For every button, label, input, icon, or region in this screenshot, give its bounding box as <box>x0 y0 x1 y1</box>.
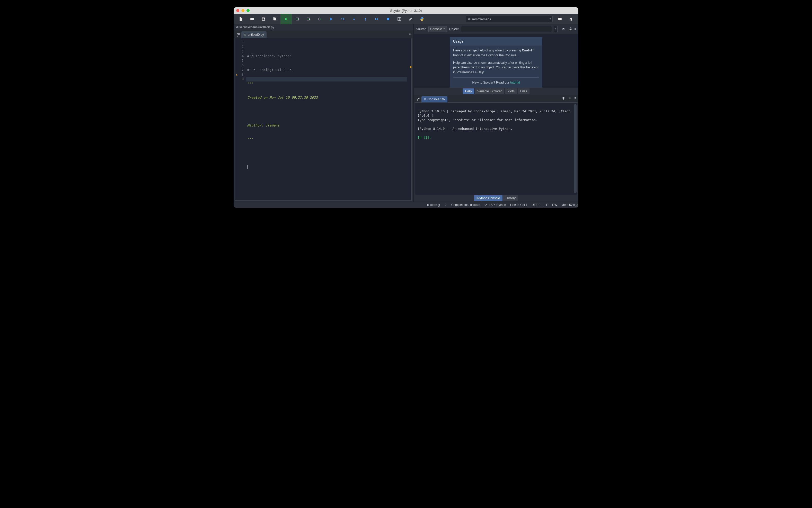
browse-tabs-button[interactable] <box>235 32 241 38</box>
debug-file-button[interactable] <box>326 14 337 24</box>
svg-rect-1 <box>263 19 265 20</box>
browse-directory-button[interactable] <box>554 14 566 24</box>
svg-rect-13 <box>419 98 420 99</box>
svg-rect-0 <box>263 18 264 19</box>
tab-help[interactable]: Help <box>462 88 475 94</box>
help-object-label: Object <box>449 27 459 31</box>
debug-stop-button[interactable] <box>382 14 394 24</box>
new-file-button[interactable] <box>235 14 246 24</box>
svg-rect-5 <box>387 18 389 20</box>
resize-grip[interactable] <box>575 204 578 207</box>
tab-files[interactable]: Files <box>517 88 530 94</box>
python-path-button[interactable] <box>416 14 428 24</box>
status-bar: custom () Completions: custom LSP: Pytho… <box>234 202 578 208</box>
line-gutter: 1 2 3 4 5 6 7 8 9 <box>235 38 246 200</box>
help-object-input[interactable] <box>461 26 552 32</box>
console-prompt: In [1]: <box>418 135 431 139</box>
tutorial-link[interactable]: tutorial <box>510 81 520 84</box>
close-console-tab-icon[interactable]: × <box>424 97 426 101</box>
console-pane-tabs: IPython Console History <box>414 195 578 202</box>
code-area[interactable]: #!/usr/bin/env python3 # -*- coding: utf… <box>246 38 412 200</box>
status-completions[interactable]: Completions: custom <box>451 203 480 207</box>
help-pane-tabs: Help Variable Explorer Plots Files <box>414 88 578 95</box>
working-directory-field[interactable] <box>466 16 548 23</box>
help-object-history-button[interactable]: ▼ <box>554 26 557 32</box>
help-source-select[interactable]: Console▼ <box>428 26 447 32</box>
tab-variable-explorer[interactable]: Variable Explorer <box>474 88 505 94</box>
usage-p1: Here you can get help of any object by p… <box>453 48 539 58</box>
browse-console-tabs-button[interactable] <box>415 96 421 102</box>
status-lsp[interactable]: LSP: Python <box>484 203 506 207</box>
status-cursor[interactable]: Line 9, Col 1 <box>510 203 528 207</box>
svg-rect-14 <box>417 99 418 101</box>
editor-file-path: /Users/clemens/untitled0.py <box>234 24 413 30</box>
run-cell-advance-button[interactable] <box>303 14 314 24</box>
console-options-button[interactable]: ≡ <box>574 96 576 100</box>
working-directory-history-button[interactable]: ▼ <box>548 16 553 23</box>
debug-step-out-button[interactable] <box>360 14 371 24</box>
console-tab-bar: × Console 1/A ■ ≡ <box>414 95 578 102</box>
close-tab-icon[interactable]: × <box>244 33 246 37</box>
usage-p3: New to Spyder? Read our tutorial <box>453 80 539 85</box>
svg-rect-10 <box>237 35 238 37</box>
run-cell-button[interactable] <box>292 14 303 24</box>
parent-directory-button[interactable] <box>566 14 577 24</box>
debug-step-into-button[interactable] <box>348 14 360 24</box>
help-pane: Usage Here you can get help of any objec… <box>414 34 578 88</box>
tab-plots[interactable]: Plots <box>505 88 517 94</box>
svg-rect-4 <box>330 18 331 20</box>
spyder-window: Spyder (Python 3.10) ▼ /Users/clemens/un… <box>234 7 578 208</box>
code-editor[interactable]: 1 2 3 4 5 6 7 8 9 #!/usr/bin/env python3… <box>235 38 412 201</box>
preferences-button[interactable] <box>405 14 416 24</box>
status-memory[interactable]: Mem 57% <box>562 203 575 207</box>
svg-rect-11 <box>570 29 572 30</box>
svg-rect-8 <box>237 34 238 35</box>
tab-ipython-console[interactable]: IPython Console <box>474 195 503 201</box>
tab-history[interactable]: History <box>503 195 518 201</box>
working-directory-input[interactable]: ▼ <box>466 16 553 23</box>
home-icon[interactable] <box>562 27 565 31</box>
usage-p2: Help can also be shown automatically aft… <box>453 60 539 75</box>
run-selection-button[interactable] <box>314 14 326 24</box>
open-file-button[interactable] <box>246 14 258 24</box>
save-all-button[interactable] <box>269 14 280 24</box>
usage-title: Usage <box>450 37 542 45</box>
usage-card: Usage Here you can get help of any objec… <box>450 37 542 88</box>
status-kite[interactable] <box>444 203 447 206</box>
status-interpreter[interactable]: custom () <box>427 203 440 207</box>
modification-marker <box>410 66 412 68</box>
status-encoding[interactable]: UTF-8 <box>532 203 540 207</box>
console-scrollbar[interactable] <box>574 104 577 193</box>
run-file-button[interactable] <box>280 14 292 24</box>
lock-icon[interactable] <box>569 27 572 31</box>
main-toolbar: ▼ <box>234 14 578 24</box>
help-options-button[interactable]: ≡ <box>574 27 576 31</box>
editor-tab[interactable]: × untitled0.py <box>241 31 267 38</box>
save-file-button[interactable] <box>258 14 269 24</box>
editor-tab-bar: × untitled0.py ≡ <box>234 30 413 38</box>
ipython-console[interactable]: Python 3.10.10 | packaged by conda-forge… <box>415 102 577 195</box>
console-tab-label: Console 1/A <box>427 97 445 101</box>
help-toolbar: Source Console▼ Object ▼ ≡ <box>414 24 578 34</box>
help-source-label: Source <box>416 27 426 31</box>
remove-variables-icon[interactable] <box>562 96 565 100</box>
svg-rect-9 <box>238 34 240 35</box>
status-eol[interactable]: LF <box>544 203 548 207</box>
svg-rect-12 <box>417 98 418 99</box>
editor-options-button[interactable]: ≡ <box>409 32 411 36</box>
editor-tab-label: untitled0.py <box>247 33 264 37</box>
status-permissions[interactable]: RW <box>552 203 557 207</box>
debug-continue-button[interactable] <box>371 14 382 24</box>
console-tab[interactable]: × Console 1/A <box>421 96 448 102</box>
titlebar: Spyder (Python 3.10) <box>234 7 578 14</box>
maximize-pane-button[interactable] <box>394 14 405 24</box>
debug-step-over-button[interactable] <box>337 14 348 24</box>
interrupt-kernel-icon[interactable]: ■ <box>569 96 571 100</box>
window-title: Spyder (Python 3.10) <box>234 9 578 12</box>
